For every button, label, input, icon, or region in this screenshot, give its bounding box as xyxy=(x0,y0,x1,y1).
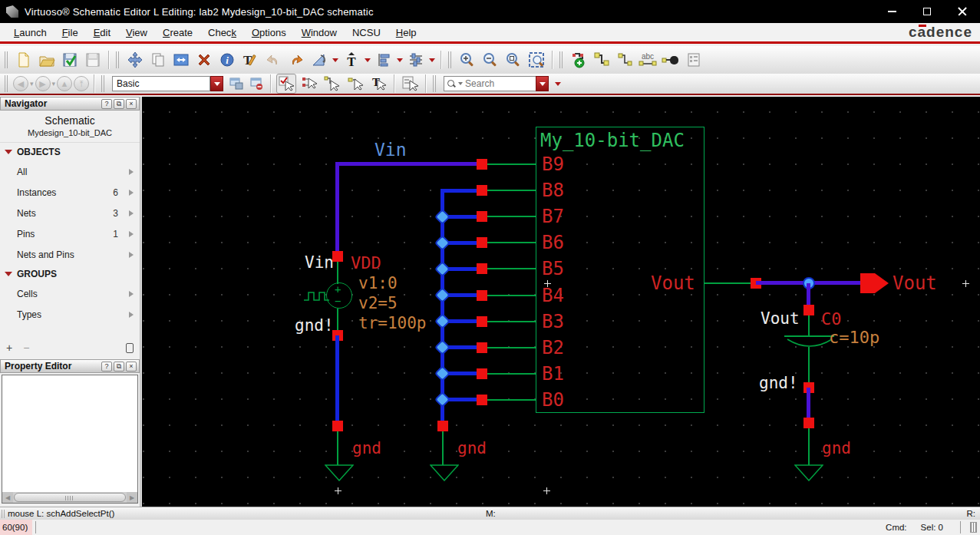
vout-pin-name[interactable]: Vout xyxy=(893,272,937,294)
toolbar-grip[interactable] xyxy=(5,51,9,68)
align-dropdown-caret[interactable] xyxy=(397,58,403,62)
menu-launch[interactable]: Launch xyxy=(6,24,54,41)
search-field[interactable] xyxy=(444,76,536,91)
maximize-button[interactable] xyxy=(909,0,945,23)
wire-vin-vertical[interactable] xyxy=(335,162,339,256)
source-top-pin[interactable] xyxy=(332,251,343,262)
menu-window[interactable]: Window xyxy=(294,24,345,41)
gnd2-label[interactable]: gnd xyxy=(457,439,487,457)
cap-bottom-stub[interactable] xyxy=(808,347,810,382)
pin-stub-B9[interactable] xyxy=(487,163,536,165)
gnd1-label[interactable]: gnd xyxy=(352,439,381,457)
toolbar-grip[interactable] xyxy=(5,75,9,92)
property-editor-content[interactable]: ◀ ▶ xyxy=(2,375,138,504)
selection-filter-icon[interactable] xyxy=(400,74,420,94)
menu-check[interactable]: Check xyxy=(200,24,244,41)
schematic-canvas[interactable]: Vin + − Vin VDD v1:0 v2=5 tr=100p gnd! g… xyxy=(142,97,980,507)
text-select-icon[interactable]: T xyxy=(368,74,388,94)
workspace-dropdown-button[interactable] xyxy=(210,76,223,91)
create-instance-icon[interactable] xyxy=(569,50,589,70)
gnd2-stub[interactable] xyxy=(442,431,444,465)
tree-item-pins[interactable]: Pins1 xyxy=(0,223,140,244)
gnd1-top-pin[interactable] xyxy=(332,421,343,431)
bus-tap-diamond-B4[interactable] xyxy=(434,287,450,303)
gnd1-stub[interactable] xyxy=(337,431,338,465)
navigator-panel-icon[interactable] xyxy=(126,343,134,353)
source-param-v1[interactable]: v1:0 xyxy=(358,274,398,292)
pin-stub-B1[interactable] xyxy=(487,373,536,375)
scrollbar-thumb[interactable] xyxy=(14,493,126,502)
ground-symbol-3[interactable] xyxy=(794,464,823,481)
cap-plate-top[interactable] xyxy=(784,335,834,337)
cap-value-label[interactable]: c=10p xyxy=(829,328,879,347)
navigator-add-button[interactable]: + xyxy=(6,342,12,354)
pin-square-B7[interactable] xyxy=(477,211,487,222)
create-wire-name-icon[interactable]: abc xyxy=(638,50,658,70)
redo-icon[interactable] xyxy=(286,50,306,70)
gnd2-top-pin[interactable] xyxy=(437,421,448,431)
pin-stub-B6[interactable] xyxy=(487,242,536,243)
partial-select-icon[interactable] xyxy=(299,74,319,94)
expand-arrow-icon[interactable] xyxy=(129,252,134,258)
create-note-icon[interactable] xyxy=(684,50,704,70)
search-history-caret[interactable] xyxy=(555,82,561,86)
edit-label-icon[interactable]: T xyxy=(240,50,260,70)
zoom-selected-icon[interactable] xyxy=(503,50,523,70)
pin-stub-B0[interactable] xyxy=(487,399,536,401)
source-gnd-net-label[interactable]: gnd! xyxy=(295,316,334,335)
source-top-stub[interactable] xyxy=(337,262,338,284)
delete-icon[interactable] xyxy=(194,50,214,70)
wire-vin-horizontal[interactable] xyxy=(335,162,483,166)
check-and-save-button[interactable] xyxy=(60,50,80,70)
ground-symbol-1[interactable] xyxy=(325,464,354,481)
toolbar-grip[interactable] xyxy=(448,51,453,68)
save-button[interactable] xyxy=(83,50,103,70)
zoom-in-icon[interactable] xyxy=(457,50,477,70)
source-pin-label[interactable]: Vin xyxy=(305,253,334,272)
instance-select-icon[interactable] xyxy=(345,74,365,94)
move-icon[interactable] xyxy=(125,50,145,70)
expand-arrow-icon[interactable] xyxy=(129,210,134,216)
property-editor-hscrollbar[interactable]: ◀ ▶ xyxy=(2,492,137,503)
bus-tap-diamond-B6[interactable] xyxy=(434,235,450,251)
expand-arrow-icon[interactable] xyxy=(129,231,134,237)
cap-top-pin[interactable] xyxy=(803,305,814,315)
wire-source-to-gnd[interactable] xyxy=(335,335,339,426)
cap-gnd-net-label[interactable]: gnd! xyxy=(759,374,798,392)
tree-section-groups[interactable]: GROUPS xyxy=(0,265,140,283)
toolbar-grip[interactable] xyxy=(116,51,120,68)
zoom-out-icon[interactable] xyxy=(480,50,500,70)
bus-tap-diamond-B5[interactable] xyxy=(434,261,450,277)
search-dropdown-button[interactable] xyxy=(536,76,549,91)
menu-ncsu[interactable]: NCSU xyxy=(345,24,388,41)
nav-top-icon[interactable]: ⤒ xyxy=(74,76,89,91)
tree-section-objects[interactable]: OBJECTS xyxy=(0,143,140,161)
expand-arrow-icon[interactable] xyxy=(129,291,134,297)
bus-tap-diamond-B7[interactable] xyxy=(434,209,450,225)
menu-create[interactable]: Create xyxy=(155,24,200,41)
navigator-close-button[interactable]: × xyxy=(126,99,137,109)
dac-output-pin-label[interactable]: Vout xyxy=(651,272,695,294)
pin-stub-B7[interactable] xyxy=(487,216,536,217)
wire-select-icon[interactable] xyxy=(322,74,342,94)
tree-item-instances[interactable]: Instances6 xyxy=(0,182,140,203)
cap-node-label[interactable]: Vout xyxy=(761,309,800,328)
gnd3-stub[interactable] xyxy=(808,428,810,465)
nav-back-icon[interactable]: ◀ xyxy=(13,76,28,91)
source-bottom-stub[interactable] xyxy=(337,309,338,330)
scroll-right-icon[interactable]: ▶ xyxy=(127,492,137,503)
net-label-vin[interactable]: Vin xyxy=(375,140,407,160)
expand-arrow-icon[interactable] xyxy=(129,190,134,196)
source-param-v2[interactable]: v2=5 xyxy=(358,294,398,312)
search-scope-caret[interactable] xyxy=(458,82,463,85)
pin-stub-B8[interactable] xyxy=(487,190,536,191)
workspace-value[interactable]: Basic xyxy=(112,76,210,91)
toolbar-grip[interactable] xyxy=(433,75,437,92)
stretch-icon[interactable] xyxy=(171,50,191,70)
distribute-dropdown-caret[interactable] xyxy=(429,58,435,62)
expand-arrow-icon[interactable] xyxy=(129,312,134,318)
properties-icon[interactable]: i xyxy=(217,50,237,70)
pin-square-B3[interactable] xyxy=(477,316,487,327)
pin-stub-B2[interactable] xyxy=(487,347,536,348)
tree-item-cells[interactable]: Cells xyxy=(0,283,140,304)
